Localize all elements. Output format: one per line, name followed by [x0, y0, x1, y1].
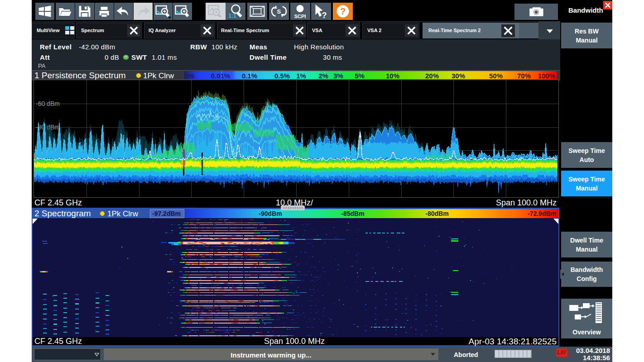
svg-text:?: ?	[340, 6, 346, 16]
svg-text:?: ?	[322, 11, 327, 20]
svg-text:S: S	[277, 8, 281, 15]
svg-text:-60 dBm: -60 dBm	[36, 100, 60, 107]
svg-text:1:1: 1:1	[229, 13, 237, 19]
svg-text:SCPI: SCPI	[294, 14, 306, 19]
